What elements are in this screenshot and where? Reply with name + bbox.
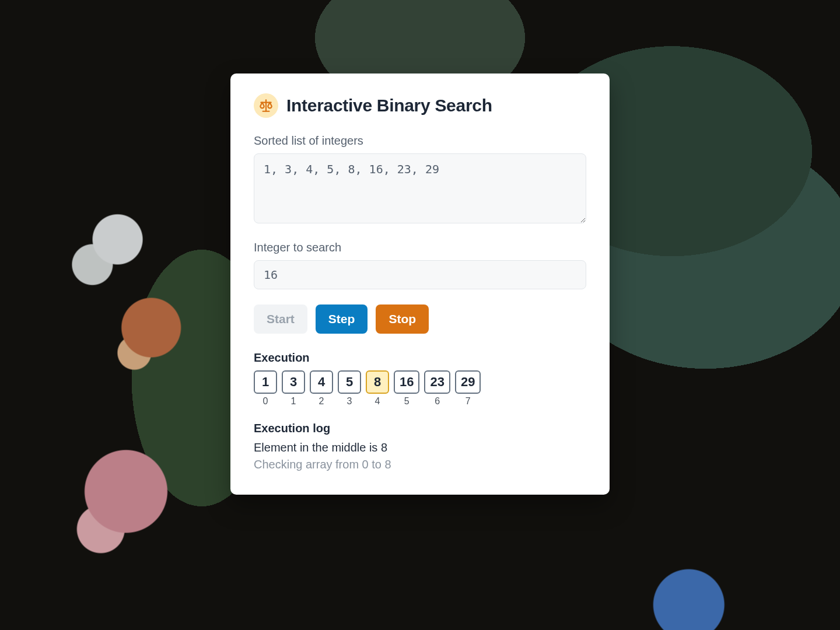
array-cell-col: 165 [394,370,419,407]
stop-button[interactable]: Stop [376,304,429,334]
array-cell: 3 [282,370,305,394]
log-heading: Execution log [254,422,586,435]
execution-heading: Execution [254,351,586,365]
array-cell: 1 [254,370,277,394]
array-cell-col: 236 [424,370,450,407]
array-cell-col: 31 [282,370,305,407]
array-cell-mid: 8 [366,370,389,394]
log-lines: Element in the middle is 8Checking array… [254,441,586,471]
array-cell: 16 [394,370,419,394]
array-cell-index: 4 [375,396,380,407]
array-cell-col: 297 [455,370,481,407]
execution-section: Execution 1031425384165236297 [254,351,586,407]
search-label: Integer to search [254,241,586,254]
search-target-input[interactable] [254,260,586,289]
app-card: Interactive Binary Search Sorted list of… [230,74,610,495]
array-cell-index: 1 [291,396,296,407]
title-row: Interactive Binary Search [254,93,586,118]
array-cell-col: 84 [366,370,389,407]
array-cell-col: 42 [310,370,333,407]
execution-log-section: Execution log Element in the middle is 8… [254,422,586,471]
array-cell-col: 10 [254,370,277,407]
log-line: Element in the middle is 8 [254,441,586,454]
array-cell-index: 5 [404,396,410,407]
log-line: Checking array from 0 to 8 [254,458,586,471]
start-button[interactable]: Start [254,304,307,334]
array-cell: 4 [310,370,333,394]
list-label: Sorted list of integers [254,134,586,148]
array-cell-index: 6 [435,396,440,407]
step-button[interactable]: Step [316,304,368,334]
sorted-list-input[interactable] [254,153,586,223]
controls-row: Start Step Stop [254,304,586,334]
array-cell-col: 53 [338,370,361,407]
array-cell: 29 [455,370,481,394]
array-cell: 5 [338,370,361,394]
array-cell-index: 2 [319,396,324,407]
scales-icon [254,93,278,118]
array-cells-row: 1031425384165236297 [254,370,586,407]
array-cell-index: 0 [263,396,268,407]
array-cell: 23 [424,370,450,394]
array-cell-index: 7 [466,396,471,407]
array-cell-index: 3 [347,396,352,407]
app-title: Interactive Binary Search [286,96,492,116]
